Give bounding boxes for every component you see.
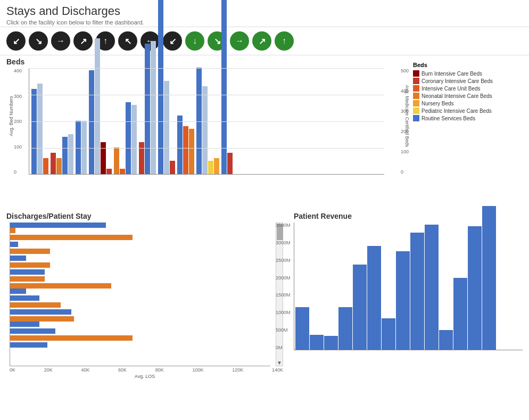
discharge-row [10, 309, 270, 315]
bar [114, 147, 119, 174]
scroll-down-arrow[interactable]: ▼ [276, 360, 283, 366]
discharge-row [10, 295, 270, 301]
legend-label: Neonatal Intensive Care Beds [421, 93, 492, 99]
legend-item: Pediatric Intensive Care Beds [413, 108, 520, 114]
bar-group [76, 121, 87, 174]
beds-title: Beds [6, 57, 411, 66]
bar-group [139, 41, 156, 174]
bar [126, 102, 131, 174]
h-bar [10, 262, 50, 268]
revenue-bar [468, 226, 482, 350]
x-tick: 100K [193, 367, 204, 373]
x-tick: 140K [272, 367, 283, 373]
bar [183, 126, 188, 174]
h-bar [10, 328, 55, 334]
bar [227, 153, 233, 174]
revenue-y-tick: 500M [276, 327, 291, 333]
bar-group [89, 38, 112, 174]
facility-icon-8[interactable]: ↓ [185, 31, 204, 51]
facility-icons-row: ↙↘→↗↑↖←↙↓↘→↗↑ [0, 27, 529, 55]
revenue-bar [482, 206, 496, 350]
legend-color-swatch [413, 93, 419, 99]
bar [120, 169, 125, 174]
discharge-row [10, 283, 270, 294]
h-bar [10, 242, 18, 247]
legend-label: Intensive Care Unit Beds [421, 86, 481, 92]
bar [221, 0, 227, 174]
h-bar [10, 335, 133, 341]
revenue-y-tick: 3000M [276, 240, 291, 245]
revenue-y-ticks: 3500M3000M2500M2000M1500M1000M500M0M [276, 223, 291, 350]
legend-color-swatch [413, 115, 419, 121]
x-tick: 40K [81, 367, 89, 373]
h-bar [10, 223, 106, 228]
discharge-row [10, 302, 270, 308]
revenue-y-tick: 3500M [276, 223, 291, 228]
beds-bar-chart [29, 68, 384, 175]
h-bar [10, 322, 39, 327]
beds-legend: Beds Burn Intensive Care BedsCoronary In… [411, 57, 523, 208]
h-bar [10, 228, 15, 233]
bar-group [31, 84, 48, 174]
facility-icon-12[interactable]: ↑ [275, 31, 294, 51]
h-bar [10, 342, 47, 348]
legend-color-swatch [413, 108, 419, 114]
discharge-x-label: Avg. LOS [6, 374, 283, 379]
bar [81, 121, 87, 174]
facility-icon-0[interactable]: ↙ [6, 31, 26, 51]
x-tick: 80K [155, 367, 164, 373]
facility-icon-1[interactable]: ↘ [29, 31, 48, 51]
legend-item: Intensive Care Unit Beds [413, 85, 520, 92]
h-bar [10, 295, 39, 301]
discharge-row [10, 269, 270, 275]
h-bar [10, 249, 50, 254]
bar [214, 158, 219, 174]
revenue-y-tick: 1500M [276, 292, 291, 298]
bar [145, 44, 150, 174]
bar [208, 161, 213, 174]
bar-group [221, 0, 233, 174]
x-tick: 120K [232, 367, 243, 373]
y-ticks-right: 500 400 300 200 100 0 [401, 68, 409, 175]
discharge-row [10, 342, 270, 348]
bar [164, 81, 169, 174]
discharge-row [10, 249, 270, 254]
bar [151, 41, 156, 174]
discharge-row [10, 316, 270, 327]
facility-icon-2[interactable]: → [51, 31, 70, 51]
bar [56, 158, 62, 174]
x-tick: 20K [44, 367, 53, 373]
bar [31, 89, 37, 174]
legend-title: Beds [413, 62, 520, 68]
revenue-bar-chart [294, 223, 523, 350]
h-bar [10, 302, 61, 308]
page-subtitle: Click on the facility icon below to filt… [6, 19, 523, 26]
revenue-bar [295, 307, 309, 350]
discharge-row [10, 235, 270, 240]
page-title: Stays and Discharges [6, 4, 523, 18]
legend-item: Nursery Beds [413, 100, 520, 106]
revenue-y-tick: 2500M [276, 258, 291, 263]
discharge-row [10, 262, 270, 268]
bar [196, 68, 202, 174]
discharge-row [10, 223, 270, 233]
revenue-y-tick: 1000M [276, 310, 291, 315]
bar-group [51, 134, 73, 174]
legend-item: Coronary Intensive Care Beds [413, 78, 520, 84]
facility-icon-11[interactable]: ↗ [252, 31, 271, 51]
h-bar [10, 283, 111, 289]
revenue-y-tick: 0M [276, 345, 291, 350]
discharge-chart[interactable] [10, 223, 270, 366]
revenue-bar [310, 335, 324, 350]
bar [76, 121, 81, 174]
x-tick: 60K [118, 367, 127, 373]
h-bar [10, 269, 45, 275]
revenue-bar [324, 336, 338, 350]
revenue-bar [425, 225, 439, 350]
bar-group [177, 116, 194, 174]
facility-icon-10[interactable]: → [230, 31, 249, 51]
bar [68, 134, 73, 174]
legend-item: Burn Intensive Care Beds [413, 70, 520, 77]
bar [51, 153, 56, 174]
facility-icon-5[interactable]: ↖ [118, 31, 137, 51]
